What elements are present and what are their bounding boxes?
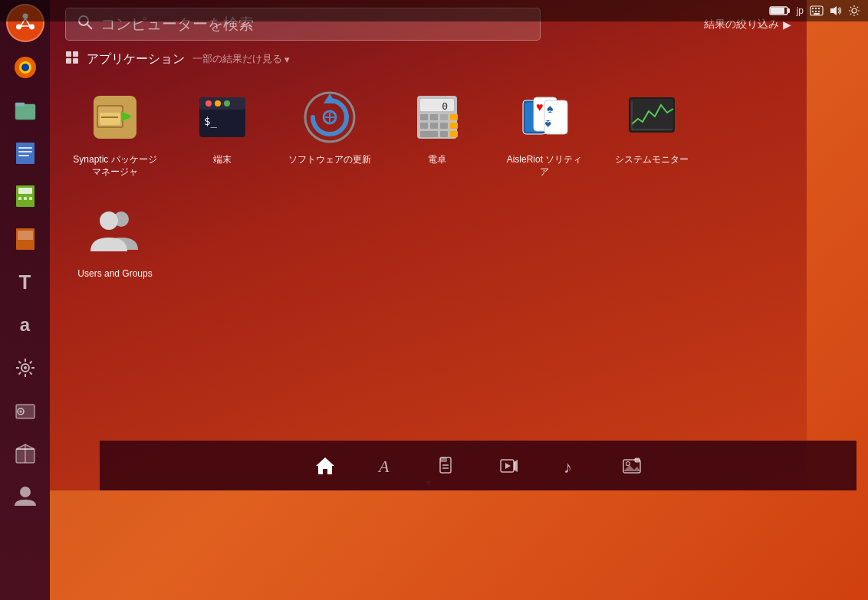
app-label-synaptic: Synaptic パッケージマネージャ <box>73 154 157 178</box>
svg-rect-76 <box>450 123 458 129</box>
taskbar-item-font[interactable]: T <box>6 263 44 301</box>
svg-point-16 <box>16 25 21 30</box>
svg-rect-7 <box>812 11 814 12</box>
taskbar-item-text[interactable]: a <box>6 306 44 344</box>
svg-rect-77 <box>420 131 438 137</box>
svg-point-19 <box>21 64 29 71</box>
calc-icon <box>12 182 39 210</box>
svg-point-42 <box>20 487 31 497</box>
lens-video[interactable] <box>494 451 524 481</box>
app-item-update[interactable]: ソフトウェアの更新 <box>280 79 380 185</box>
taskbar-item-firefox[interactable] <box>6 48 44 87</box>
app-item-users-groups[interactable]: Users and Groups <box>65 193 165 288</box>
svg-rect-28 <box>18 197 21 200</box>
svg-rect-67 <box>420 99 454 111</box>
svg-rect-10 <box>814 13 820 15</box>
taskbar-item-calc[interactable] <box>6 177 44 215</box>
svg-rect-107 <box>635 458 639 462</box>
svg-point-57 <box>205 100 212 107</box>
synaptic-icon <box>84 87 146 148</box>
svg-rect-21 <box>15 103 25 107</box>
font-icon: T <box>19 270 31 294</box>
volume-icon[interactable] <box>830 5 842 16</box>
svg-text:0: 0 <box>442 100 448 112</box>
svg-point-38 <box>19 411 21 413</box>
svg-rect-71 <box>440 114 448 120</box>
svg-rect-30 <box>29 197 32 200</box>
svg-point-93 <box>100 211 118 230</box>
settings-icon[interactable] <box>848 5 860 17</box>
svg-rect-36 <box>16 405 35 418</box>
svg-rect-78 <box>440 131 448 137</box>
svg-rect-70 <box>430 114 438 120</box>
svg-rect-6 <box>818 8 820 9</box>
svg-rect-74 <box>430 123 438 129</box>
terminal-icon: $_ <box>192 87 253 148</box>
svg-text:A: A <box>377 457 390 476</box>
files-icon <box>12 97 39 124</box>
svg-point-58 <box>215 100 221 107</box>
taskbar-item-impress[interactable] <box>6 220 44 258</box>
keyboard-icon[interactable] <box>810 5 824 16</box>
show-more-button[interactable]: 一部の結果だけ見る ▾ <box>192 52 290 66</box>
solitaire-icon: ♥ ♥ ♠ ♠ <box>514 87 575 148</box>
app-label-terminal: 端末 <box>213 154 232 166</box>
svg-marker-106 <box>623 465 640 471</box>
app-item-calculator[interactable]: 0 電卓 <box>387 79 487 185</box>
svg-rect-24 <box>18 151 32 152</box>
svg-rect-9 <box>818 11 820 12</box>
svg-rect-89 <box>630 99 673 131</box>
taskbar-item-writer[interactable] <box>6 134 44 172</box>
lens-photos[interactable] <box>616 451 647 481</box>
app-label-sysmon: システムモニター <box>615 154 689 166</box>
lens-files[interactable] <box>432 451 463 481</box>
svg-marker-94 <box>316 457 334 474</box>
text-a-icon: a <box>20 314 30 336</box>
taskbar-item-settings[interactable] <box>6 349 44 387</box>
svg-rect-23 <box>18 147 32 149</box>
svg-rect-25 <box>18 155 29 156</box>
top-bar: jp <box>0 0 868 21</box>
svg-rect-33 <box>18 231 33 240</box>
lens-apps[interactable]: A <box>371 451 402 481</box>
app-item-solitaire[interactable]: ♥ ♥ ♠ ♠ AisleRiot ソリティア <box>495 79 594 185</box>
app-item-sysmon[interactable]: システムモニター <box>602 79 702 185</box>
svg-marker-11 <box>830 6 837 15</box>
apps-grid: Synaptic パッケージマネージャ $_ 端末 <box>50 71 807 296</box>
app-item-synaptic[interactable]: Synaptic パッケージマネージャ <box>65 79 165 185</box>
show-more-label: 一部の結果だけ見る <box>192 52 282 66</box>
svg-point-59 <box>224 100 230 107</box>
svg-rect-4 <box>812 8 814 9</box>
svg-rect-75 <box>440 123 448 129</box>
svg-rect-1 <box>787 8 790 13</box>
taskbar-item-package[interactable] <box>6 434 44 473</box>
svg-rect-5 <box>815 8 817 9</box>
writer-icon <box>12 139 39 167</box>
lens-home[interactable] <box>310 451 340 481</box>
taskbar-item-user[interactable] <box>6 477 44 516</box>
content-scroll[interactable]: Synaptic パッケージマネージャ $_ 端末 <box>50 71 807 475</box>
language-indicator[interactable]: jp <box>797 5 804 16</box>
lens-music[interactable]: ♪ <box>555 451 586 481</box>
svg-point-105 <box>626 461 630 465</box>
svg-rect-8 <box>815 11 817 12</box>
category-apps-icon <box>65 51 79 67</box>
svg-point-12 <box>852 8 856 13</box>
app-item-terminal[interactable]: $_ 端末 <box>173 79 272 185</box>
svg-rect-46 <box>73 51 78 57</box>
app-label-users-groups: Users and Groups <box>77 268 152 280</box>
taskbar-item-files[interactable] <box>6 91 44 130</box>
svg-rect-27 <box>18 188 32 194</box>
taskbar-item-drive[interactable] <box>6 392 44 430</box>
svg-text:♠: ♠ <box>544 118 551 131</box>
svg-rect-29 <box>24 197 27 200</box>
package-icon <box>12 440 39 467</box>
impress-icon <box>12 225 39 253</box>
battery-icon <box>769 5 791 16</box>
taskbar: T a <box>0 0 50 600</box>
svg-rect-45 <box>66 51 71 57</box>
svg-rect-69 <box>420 114 428 120</box>
firefox-icon <box>12 54 39 81</box>
app-label-update: ソフトウェアの更新 <box>288 154 371 166</box>
lens-bar: A ♪ <box>100 441 856 490</box>
